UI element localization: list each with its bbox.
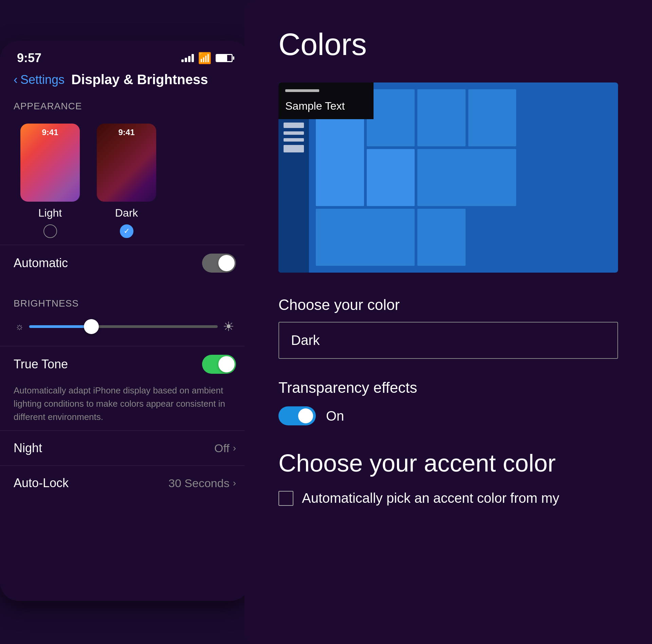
ios-status-bar: 9:57 📶 [0, 41, 250, 69]
ios-status-icons: 📶 [181, 52, 233, 65]
appearance-section-label: APPEARANCE [0, 94, 250, 117]
true-tone-label: True Tone [14, 357, 68, 371]
ios-time: 9:57 [17, 51, 41, 65]
brightness-slider-row: ☼ ☀ [14, 311, 236, 343]
automatic-toggle-row: Automatic [0, 245, 250, 281]
win-transparency-toggle-row: On [278, 406, 618, 425]
autolock-label: Auto-Lock [14, 476, 69, 490]
wifi-icon: 📶 [198, 52, 212, 65]
dark-mode-radio[interactable]: ✓ [120, 224, 133, 238]
light-mode-label: Light [38, 207, 62, 219]
win-transparency-toggle[interactable] [278, 406, 316, 425]
autolock-value: 30 Seconds [168, 477, 230, 490]
night-chevron-icon: › [233, 443, 236, 454]
brightness-section-label: BRIGHTNESS [14, 291, 236, 311]
autolock-value-row: 30 Seconds › [168, 477, 236, 490]
automatic-toggle[interactable] [202, 254, 236, 273]
true-tone-toggle-row: True Tone [0, 346, 250, 382]
true-tone-toggle-knob [218, 356, 235, 372]
light-mode-preview: 9:41 [20, 124, 80, 202]
battery-icon [216, 54, 233, 62]
signal-icon [181, 54, 194, 62]
chevron-left-icon: ‹ [14, 73, 18, 87]
win-auto-accent-checkbox[interactable] [278, 491, 293, 506]
brightness-high-icon: ☀ [223, 319, 234, 334]
true-tone-description: Automatically adapt iPhone display based… [0, 382, 250, 430]
automatic-toggle-knob [218, 255, 235, 271]
brightness-section: BRIGHTNESS ☼ ☀ [0, 281, 250, 346]
light-mode-radio[interactable] [43, 224, 57, 238]
win-page-title: Colors [278, 27, 618, 62]
automatic-label: Automatic [14, 256, 68, 270]
ios-settings-panel: 9:57 📶 ‹ Settings Display & Brightness A… [0, 41, 250, 601]
appearance-options: 9:41 Light 9:41 Dark ✓ [0, 117, 250, 245]
win-transparency-toggle-value: On [326, 408, 344, 424]
dark-mode-preview: 9:41 [97, 124, 156, 202]
ios-page-title: Display & Brightness [71, 72, 208, 87]
night-value: Off [214, 442, 230, 455]
win-color-value: Dark [291, 333, 320, 348]
windows-colors-panel: Colors [244, 0, 652, 644]
brightness-slider[interactable] [29, 325, 218, 328]
brightness-low-icon: ☼ [15, 321, 24, 332]
night-label: Night [14, 441, 42, 455]
win-transparency-label: Transparency effects [278, 379, 618, 396]
light-mode-option[interactable]: 9:41 Light [20, 124, 80, 238]
win-auto-accent-label: Automatically pick an accent color from … [302, 491, 559, 506]
win-transparency-toggle-knob [298, 408, 313, 423]
dark-mode-label: Dark [115, 207, 138, 219]
autolock-row[interactable]: Auto-Lock 30 Seconds › [0, 465, 250, 500]
night-row[interactable]: Night Off › [0, 430, 250, 465]
win-preview-area: Sample Text [278, 82, 618, 273]
dark-mode-option[interactable]: 9:41 Dark ✓ [97, 124, 156, 238]
win-choose-color-label: Choose your color [278, 296, 618, 313]
ios-navigation: ‹ Settings Display & Brightness [0, 69, 250, 94]
true-tone-toggle[interactable] [202, 355, 236, 374]
win-color-dropdown[interactable]: Dark [278, 322, 618, 359]
win-accent-color-title: Choose your accent color [278, 449, 618, 477]
win-preview-dark-panel: Sample Text [278, 82, 374, 119]
autolock-chevron-icon: › [233, 478, 236, 489]
win-auto-accent-row: Automatically pick an accent color from … [278, 491, 618, 506]
win-sample-text-label: Sample Text [285, 100, 367, 112]
night-value-row: Off › [214, 442, 236, 455]
ios-back-button[interactable]: ‹ Settings [14, 73, 65, 87]
